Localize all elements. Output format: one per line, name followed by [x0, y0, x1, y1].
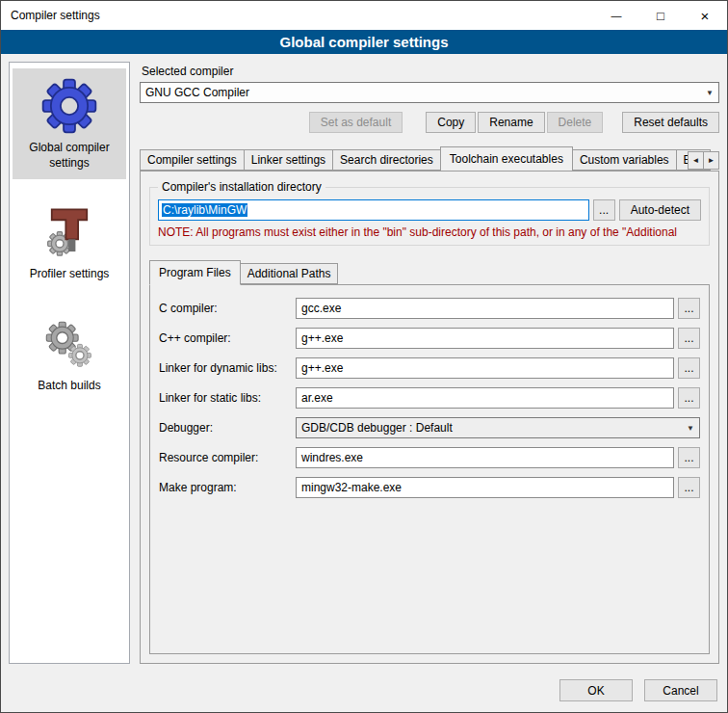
- compiler-actions: Set as default Copy Rename Delete Reset …: [140, 112, 719, 133]
- resource-compiler-label: Resource compiler:: [159, 451, 296, 464]
- window-controls: — □ ×: [594, 1, 727, 30]
- dynamic-linker-row: Linker for dynamic libs: g++.exe ...: [159, 357, 700, 379]
- tab-linker-settings[interactable]: Linker settings: [244, 149, 333, 171]
- tab-search-directories[interactable]: Search directories: [332, 149, 441, 171]
- rename-button[interactable]: Rename: [478, 112, 544, 133]
- sidebar-item-profiler-settings[interactable]: Profiler settings: [13, 195, 126, 291]
- tab-scroll-controls: ◄ ►: [688, 151, 719, 170]
- make-program-row: Make program: mingw32-make.exe ...: [159, 477, 700, 498]
- reset-defaults-button[interactable]: Reset defaults: [622, 112, 719, 133]
- make-program-label: Make program:: [159, 481, 296, 494]
- sidebar-item-batch-builds[interactable]: Batch builds: [13, 306, 126, 403]
- autodetect-button[interactable]: Auto-detect: [619, 199, 701, 221]
- settings-category-sidebar: Global compiler settings Profiler settin…: [9, 62, 130, 664]
- set-as-default-button[interactable]: Set as default: [309, 112, 403, 133]
- c-compiler-label: C compiler:: [159, 302, 296, 315]
- install-dir-browse-button[interactable]: ...: [593, 199, 615, 221]
- arrow-right-icon: ►: [708, 156, 715, 165]
- tab-scroll-left-button[interactable]: ◄: [688, 151, 704, 170]
- cancel-button[interactable]: Cancel: [644, 679, 717, 701]
- close-icon: ×: [701, 8, 710, 24]
- c-compiler-value: gcc.exe: [301, 302, 341, 315]
- profiler-tool-icon: [39, 202, 99, 262]
- tab-scroll-right-button[interactable]: ►: [703, 151, 719, 170]
- window-title: Compiler settings: [1, 9, 100, 22]
- minimize-button[interactable]: —: [594, 1, 638, 30]
- subtab-additional-paths[interactable]: Additional Paths: [240, 263, 339, 284]
- chevron-down-icon: ▼: [679, 424, 694, 433]
- static-linker-browse-button[interactable]: ...: [678, 387, 700, 409]
- main-panel: Selected compiler GNU GCC Compiler ▼ Set…: [140, 62, 719, 664]
- sidebar-item-global-compiler-settings[interactable]: Global compiler settings: [13, 68, 126, 179]
- static-linker-input[interactable]: ar.exe: [296, 387, 674, 409]
- blue-gear-icon: [39, 76, 99, 136]
- maximize-icon: □: [657, 9, 664, 23]
- dynamic-linker-input[interactable]: g++.exe: [296, 357, 674, 379]
- compiler-combobox[interactable]: GNU GCC Compiler ▼: [140, 82, 719, 103]
- minimize-icon: —: [611, 10, 622, 21]
- tab-compiler-settings[interactable]: Compiler settings: [140, 149, 245, 171]
- titlebar: Compiler settings — □ ×: [1, 1, 727, 30]
- resource-compiler-browse-button[interactable]: ...: [678, 447, 700, 468]
- tab-toolchain-executables[interactable]: Toolchain executables: [440, 146, 573, 171]
- debugger-combobox-value: GDB/CDB debugger : Default: [301, 421, 453, 435]
- c-compiler-input[interactable]: gcc.exe: [296, 298, 674, 319]
- static-linker-value: ar.exe: [301, 391, 333, 405]
- selected-compiler-label: Selected compiler: [142, 65, 719, 78]
- make-program-browse-button[interactable]: ...: [678, 477, 700, 498]
- debugger-combobox[interactable]: GDB/CDB debugger : Default ▼: [296, 417, 700, 438]
- install-dir-group: Compiler's installation directory C:\ray…: [149, 187, 710, 246]
- compiler-settings-window: Compiler settings — □ × Global compiler …: [0, 0, 728, 713]
- toolchain-executables-panel: Compiler's installation directory C:\ray…: [140, 171, 719, 664]
- c-compiler-browse-button[interactable]: ...: [678, 298, 700, 319]
- debugger-row: Debugger: GDB/CDB debugger : Default ▼: [159, 417, 700, 438]
- tab-custom-variables[interactable]: Custom variables: [572, 149, 677, 171]
- resource-compiler-input[interactable]: windres.exe: [296, 447, 674, 468]
- maximize-button[interactable]: □: [638, 1, 683, 30]
- make-program-value: mingw32-make.exe: [301, 481, 402, 494]
- dynamic-linker-label: Linker for dynamic libs:: [159, 361, 296, 375]
- static-linker-label: Linker for static libs:: [159, 391, 296, 405]
- sidebar-item-label: Global compiler settings: [14, 141, 124, 171]
- settings-tab-bar: Compiler settings Linker settings Search…: [140, 146, 719, 171]
- resource-compiler-value: windres.exe: [301, 451, 363, 464]
- dynamic-linker-browse-button[interactable]: ...: [678, 357, 700, 379]
- close-button[interactable]: ×: [683, 1, 727, 30]
- arrow-left-icon: ◄: [692, 156, 700, 165]
- cpp-compiler-label: C++ compiler:: [159, 331, 296, 345]
- ok-button[interactable]: OK: [559, 679, 633, 701]
- install-dir-row: C:\raylib\MinGW ... Auto-detect: [158, 199, 701, 221]
- cpp-compiler-value: g++.exe: [301, 331, 343, 345]
- static-linker-row: Linker for static libs: ar.exe ...: [159, 387, 700, 409]
- sidebar-item-label: Batch builds: [38, 379, 100, 394]
- resource-compiler-row: Resource compiler: windres.exe ...: [159, 447, 700, 468]
- install-dir-note: NOTE: All programs must exist either in …: [158, 225, 701, 239]
- install-dir-value: C:\raylib\MinGW: [162, 203, 247, 217]
- sidebar-item-label: Profiler settings: [30, 267, 110, 282]
- cpp-compiler-input[interactable]: g++.exe: [296, 328, 674, 349]
- debugger-label: Debugger:: [159, 421, 296, 435]
- program-files-panel: C compiler: gcc.exe ... C++ compiler: g+…: [149, 284, 710, 654]
- chevron-down-icon: ▼: [698, 89, 714, 97]
- dialog-content: Global compiler settings Profiler settin…: [1, 54, 727, 672]
- dynamic-linker-value: g++.exe: [301, 361, 343, 375]
- cpp-compiler-row: C++ compiler: g++.exe ...: [159, 328, 700, 349]
- make-program-input[interactable]: mingw32-make.exe: [296, 477, 674, 498]
- c-compiler-row: C compiler: gcc.exe ...: [159, 298, 700, 319]
- dialog-header: Global compiler settings: [1, 30, 727, 54]
- delete-button[interactable]: Delete: [547, 112, 604, 133]
- dialog-footer: OK Cancel: [1, 672, 727, 712]
- copy-button[interactable]: Copy: [426, 112, 476, 133]
- compiler-combobox-value: GNU GCC Compiler: [145, 86, 249, 99]
- subtab-program-files[interactable]: Program Files: [149, 260, 241, 285]
- cpp-compiler-browse-button[interactable]: ...: [678, 328, 700, 349]
- install-dir-group-label: Compiler's installation directory: [158, 180, 325, 194]
- gray-gears-icon: [39, 314, 99, 374]
- install-dir-input[interactable]: C:\raylib\MinGW: [158, 199, 589, 221]
- page-title: Global compiler settings: [279, 34, 448, 50]
- program-files-tab-bar: Program Files Additional Paths: [149, 260, 710, 284]
